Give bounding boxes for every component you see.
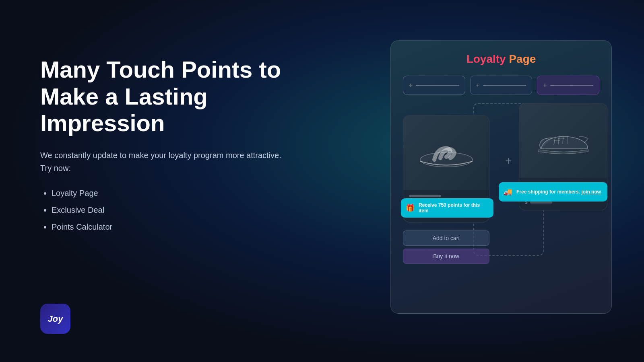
tab-2[interactable]: + [470,76,533,95]
bullet-exclusive-deal: Exclusive Deal [52,204,282,216]
shipping-join-link[interactable]: join now [581,189,601,195]
tab-3-line [550,85,593,86]
loyalty-title-part1: Loyalty [466,53,506,65]
slipper-illustration [414,131,479,175]
loyalty-notif-text: Receive 750 points for this item [419,202,489,214]
loyalty-page-title: Loyalty Page [403,53,599,66]
left-panel: Many Touch Points to Make a Lasting Impr… [40,56,282,237]
tabs-row: + + + [403,76,599,95]
bullet-points-calculator: Points Calculator [52,220,282,233]
right-panel: Loyalty Page + + + + + [378,40,612,314]
slipper-bar [409,195,441,197]
gift-icon: 🎁 [406,204,415,212]
truck-icon: 🚚 [504,187,512,196]
add-to-cart-button[interactable]: Add to cart [403,230,489,246]
tab-3[interactable]: + [537,76,599,95]
loyalty-card: Loyalty Page + + + + + [390,40,612,314]
slipper-image-area [403,115,489,190]
logo-text: Joy [48,314,63,324]
logo-container: Joy [40,304,70,334]
tab-1[interactable]: + [403,76,465,95]
tab-1-plus: + [409,82,413,89]
loyalty-title-part2: Page [506,53,536,65]
bullet-loyalty-page: Loyalty Page [52,187,282,200]
products-area: + + [403,103,599,280]
buy-now-label: Buy it now [433,253,459,259]
free-shipping-notif: 🚚 Free shipping for members. join now [499,182,607,202]
shipping-text: Free shipping for members. join now [516,189,601,195]
buy-now-button[interactable]: Buy it now [403,249,489,264]
tab-3-plus: + [543,82,547,89]
tab-1-line [416,85,459,86]
dashed-plus-top: + [505,154,512,167]
shoe-illustration [533,119,593,163]
feature-list: Loyalty Page Exclusive Deal Points Calcu… [40,187,282,233]
shoes-image-area [519,103,607,178]
loyalty-points-notif: 🎁 Receive 750 points for this item [401,198,493,218]
tab-2-plus: + [476,82,480,89]
headline: Many Touch Points to Make a Lasting Impr… [40,56,282,137]
add-to-cart-label: Add to cart [433,235,460,241]
shoes-price [530,202,552,204]
tab-2-line [483,85,526,86]
subtext: We constantly update to make your loyalt… [40,149,282,175]
logo-box: Joy [40,304,70,334]
